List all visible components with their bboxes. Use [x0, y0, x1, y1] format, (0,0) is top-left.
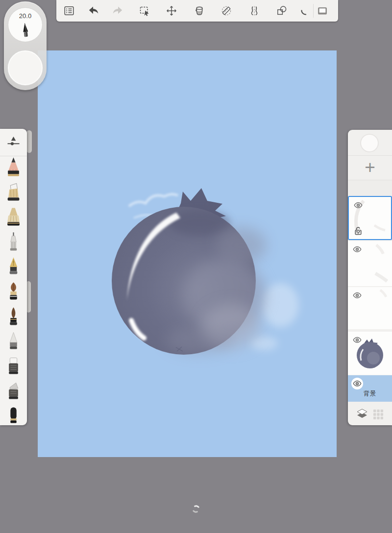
brush-fountain-pen[interactable]: [6, 257, 21, 277]
brush-size-color-widget[interactable]: 20.0: [4, 1, 47, 90]
curve-icon[interactable]: [299, 5, 311, 17]
alpha-lock-icon[interactable]: [354, 226, 362, 235]
current-color-swatch[interactable]: [8, 50, 43, 85]
layer-row-shading[interactable]: [348, 241, 392, 286]
sheen: [216, 227, 267, 264]
layer-row-empty[interactable]: [348, 287, 392, 329]
visibility-eye-badge[interactable]: [351, 378, 363, 389]
layer-color-circle[interactable]: [360, 134, 379, 152]
symmetry-icon[interactable]: [248, 5, 260, 17]
drawing-canvas[interactable]: [38, 50, 337, 457]
visibility-eye-icon: [352, 379, 362, 388]
toolbar-separator: [313, 4, 314, 18]
sketch-stroke: [129, 194, 178, 206]
brush-flat-marker[interactable]: [6, 356, 21, 377]
visibility-eye-icon[interactable]: [353, 200, 363, 210]
divider: [0, 156, 27, 156]
fill-bucket-icon[interactable]: [194, 5, 205, 17]
brush-size-preview[interactable]: 20.0: [8, 7, 43, 42]
grid-icon[interactable]: [372, 408, 384, 421]
brush-pointed-brush[interactable]: [6, 307, 21, 327]
layers-header: [348, 130, 392, 156]
brush-settings-icon[interactable]: [6, 133, 21, 151]
layer-row-blueberry[interactable]: [348, 332, 392, 375]
calyx-shadow: [169, 210, 230, 236]
brush-pencil[interactable]: [6, 157, 21, 177]
ruler-icon[interactable]: [220, 5, 232, 17]
pen-tip-icon: [19, 22, 32, 39]
redo-icon[interactable]: [112, 5, 123, 17]
select-icon[interactable]: [139, 5, 150, 17]
undo-icon[interactable]: [88, 5, 99, 17]
layer-row-highlights[interactable]: [348, 196, 392, 240]
layers-panel: +: [348, 130, 392, 425]
rotate-arrows-icon[interactable]: [192, 505, 200, 513]
layers-footer: [348, 402, 392, 425]
brush-panel: [0, 129, 27, 425]
brush-round-eraser[interactable]: [6, 406, 21, 426]
brush-size-value: 20.0: [8, 12, 42, 20]
layer-row-background[interactable]: 背景: [348, 375, 392, 402]
brush-angled-marker[interactable]: [6, 381, 21, 402]
visibility-eye-icon[interactable]: [352, 291, 362, 300]
menu-icon[interactable]: [63, 5, 75, 17]
blueberry-artwork: [38, 50, 337, 457]
brush-panel-scrollbar-top[interactable]: [26, 130, 32, 153]
layers-spacer: [348, 180, 392, 196]
visibility-eye-icon[interactable]: [352, 335, 362, 345]
brush-chisel-marker[interactable]: [6, 182, 21, 202]
layers-stack-icon[interactable]: [356, 408, 368, 421]
background-layer-label: 背景: [348, 389, 392, 398]
sheen: [165, 327, 234, 354]
move-icon[interactable]: [166, 5, 177, 17]
brush-chalk[interactable]: [6, 331, 21, 352]
top-toolbar: [56, 0, 338, 22]
brush-broad-pen[interactable]: [6, 207, 21, 227]
materials-panel-icon[interactable]: [317, 5, 328, 17]
shapes-icon[interactable]: [276, 5, 288, 17]
visibility-eye-icon[interactable]: [352, 244, 362, 254]
add-layer-button[interactable]: +: [348, 156, 392, 180]
brush-fineliner[interactable]: [6, 232, 21, 252]
sketch-blob: [262, 283, 299, 327]
brush-round-brush[interactable]: [6, 282, 21, 302]
